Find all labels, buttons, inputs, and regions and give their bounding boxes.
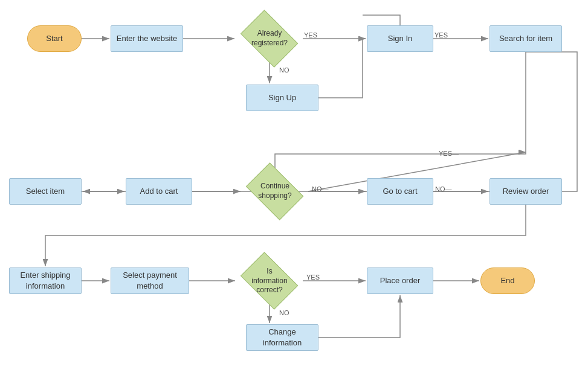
arrow-label-2: YES [435,31,448,39]
search_for_item-node: Search for item [489,25,562,52]
change_info-node: Change information [246,324,318,351]
change_info-label: Change information [263,327,302,348]
enter_website-label: Enter the website [117,33,177,44]
select_payment-label: Select payment method [123,270,177,292]
arrow-label-6: YES [306,274,320,281]
arrow-label-1: NO [279,66,289,74]
go_to_cart-label: Go to cart [383,186,417,197]
start-node: Start [27,25,82,52]
arrow-label-7: NO [279,309,289,316]
sign_up-node: Sign Up [246,85,318,111]
place_order-node: Place order [367,267,433,294]
search_for_item-label: Search for item [499,33,552,44]
place_order-label: Place order [380,275,420,286]
review_order-node: Review order [489,178,562,205]
add_to_cart-label: Add to cart [140,186,178,197]
enter_shipping-node: Enter shipping information [9,267,82,294]
add_to_cart-node: Add to cart [126,178,192,205]
select_item-node: Select item [9,178,82,205]
enter_website-node: Enter the website [111,25,183,52]
arrow-label-5: NO— [435,185,452,193]
sign_in-label: Sign In [388,33,412,44]
continue_shopping-node: Continue shopping? [242,168,308,215]
already_registered-node: Already registered? [236,15,303,62]
select_payment-node: Select payment method [111,267,189,294]
go_to_cart-node: Go to cart [367,178,433,205]
sign_in-node: Sign In [367,25,433,52]
review_order-label: Review order [503,186,549,197]
end-label: End [500,275,514,286]
start-label: Start [46,33,62,44]
enter_shipping-label: Enter shipping information [20,270,70,292]
arrow-label-4: NO— [312,185,329,193]
is_info_correct-node: Is information correct? [236,257,303,304]
arrow-label-0: YES [304,31,317,39]
select_item-label: Select item [26,186,65,197]
sign_up-label: Sign Up [268,92,296,103]
end-node: End [480,267,535,294]
arrow-label-3: YES— [439,150,459,157]
